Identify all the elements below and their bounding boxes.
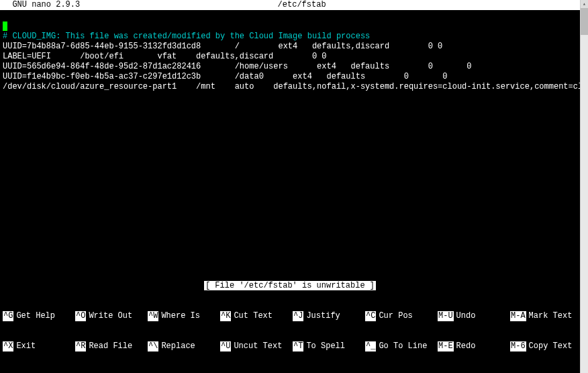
status-message: [ File '/etc/fstab' is unwritable ] (204, 281, 376, 290)
shortcut-copy-text[interactable]: M-6Copy Text (510, 341, 583, 351)
file-path: /etc/fstab (80, 0, 524, 10)
fstab-line: UUID=7b4b88a7-6d85-44eb-9155-3132fd3d1cd… (3, 42, 442, 51)
comment-line: # CLOUD_IMG: This file was created/modif… (3, 32, 370, 41)
app-name: GNU nano 2.9.3 (3, 0, 80, 10)
scrollbar[interactable]: ▴ (580, 0, 588, 373)
nano-terminal: GNU nano 2.9.3 /etc/fstab # CLOUD_IMG: T… (0, 0, 580, 373)
shortcut-bar: ^GGet Help ^OWrite Out ^WWhere Is ^KCut … (0, 291, 580, 373)
shortcut-read-file[interactable]: ^RRead File (75, 341, 148, 351)
shortcut-go-to-line[interactable]: ^_Go To Line (365, 341, 438, 351)
shortcut-get-help[interactable]: ^GGet Help (3, 311, 75, 321)
text-cursor (3, 22, 7, 31)
shortcut-mark-text[interactable]: M-AMark Text (510, 311, 583, 321)
shortcut-redo[interactable]: M-ERedo (438, 341, 510, 351)
shortcut-to-spell[interactable]: ^TTo Spell (293, 341, 365, 351)
shortcut-exit[interactable]: ^XExit (3, 341, 75, 351)
shortcut-undo[interactable]: M-UUndo (438, 311, 510, 321)
scroll-up-button[interactable]: ▴ (581, 0, 588, 8)
shortcut-where-is[interactable]: ^WWhere Is (148, 311, 220, 321)
fstab-line: LABEL=UEFI /boot/efi vfat defaults,disca… (3, 52, 326, 61)
fstab-line: /dev/disk/cloud/azure_resource-part1 /mn… (3, 82, 580, 91)
editor-area[interactable]: # CLOUD_IMG: This file was created/modif… (0, 10, 580, 281)
shortcut-justify[interactable]: ^JJustify (293, 311, 365, 321)
shortcut-write-out[interactable]: ^OWrite Out (75, 311, 148, 321)
shortcut-cur-pos[interactable]: ^CCur Pos (365, 311, 438, 321)
status-bar: [ File '/etc/fstab' is unwritable ] (0, 281, 580, 291)
scroll-thumb[interactable] (581, 8, 588, 35)
shortcut-cut-text[interactable]: ^KCut Text (220, 311, 293, 321)
shortcut-replace[interactable]: ^\Replace (148, 341, 220, 351)
title-bar: GNU nano 2.9.3 /etc/fstab (0, 0, 580, 10)
shortcut-uncut-text[interactable]: ^UUncut Text (220, 341, 293, 351)
fstab-line: UUID=565d6e94-864f-48de-95d2-87d1ac28241… (3, 62, 472, 71)
fstab-line: UUID=f1e4b9bc-f0eb-4b5a-ac37-c297e1d12c3… (3, 72, 448, 81)
